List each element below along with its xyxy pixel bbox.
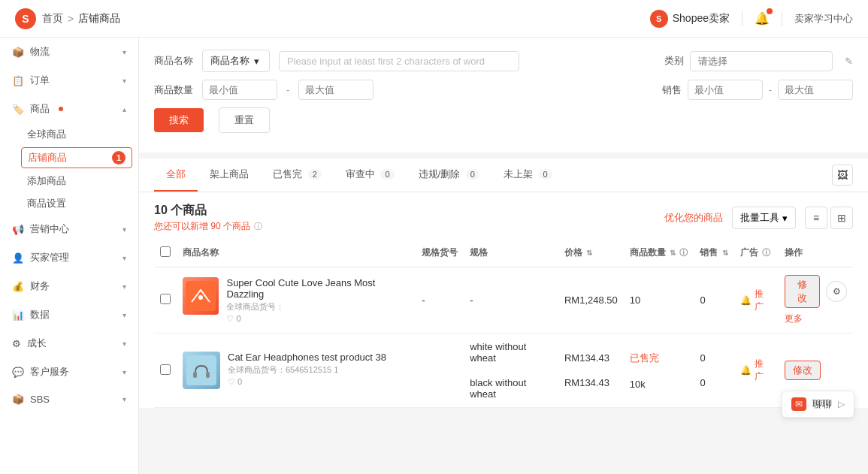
sidebar-item-data[interactable]: 📊 数据 ▾ [0,300,138,329]
product-name-label: 商品名称 [154,54,193,68]
sidebar-item-products[interactable]: 🏷️ 商品 ▴ [0,95,138,123]
data-icon: 📊 [12,309,24,321]
table-row: Cat Ear Headphones test product 38 全球商品货… [154,334,853,408]
image-icon-button[interactable]: 🖼 [832,165,853,186]
product1-name: Super Cool Cute Love Jeans Most Dazzling [226,277,410,300]
promote2-icon: 🔔 [740,365,752,376]
content-area: 商品名称 商品名称 ▾ 类别 ✎ 商品数量 - 销售 [139,38,868,474]
tab-all[interactable]: 全部 [154,159,198,192]
tab-unlisted[interactable]: 未上架 0 [491,159,564,192]
sidebar-label-buyer: 买家管理 [30,251,69,264]
product2-promote-btn[interactable]: 🔔 推广 [740,358,773,383]
edit-icon[interactable]: ✎ [845,56,853,67]
product2-spec2: black without wheat [470,377,552,400]
col-actions: 操作 [779,239,853,267]
marketing-icon: 📢 [12,224,24,235]
sidebar-item-buyer-mgmt[interactable]: 👤 买家管理 ▾ [0,243,138,272]
quantity-label: 商品数量 [154,83,193,97]
tab-reviewing-badge: 0 [380,169,394,180]
main-layout: 📦 物流 ▾ 📋 订单 ▾ 🏷️ 商品 ▴ 全球 [0,38,868,474]
product-name-select[interactable]: 商品名称 ▾ [202,50,270,72]
reset-button[interactable]: 重置 [219,107,270,133]
filter-row-2: 商品数量 - 销售 - [154,80,853,100]
row2-checkbox[interactable] [160,364,171,375]
optimize-button[interactable]: 优化您的商品 [664,211,723,225]
product1-info: Super Cool Cute Love Jeans Most Dazzling… [226,277,410,324]
product2-heart: ♡ 0 [228,377,386,387]
chevron-down-icon-2: ▾ [122,77,126,85]
product2-name: Cat Ear Headphones test product 38 [228,352,386,363]
sidebar-item-marketing[interactable]: 📢 营销中心 ▾ [0,215,138,243]
info-circle-icon: ⓘ [254,222,262,231]
products-header: 10 个商品 您还可以新增 90 个商品 ⓘ 优化您的商品 批量工具 ▾ ≡ ⊞ [139,192,868,239]
product1-actions: 修改 ⚙ 更多 [785,275,847,325]
sidebar-item-logistics[interactable]: 📦 物流 ▾ [0,38,138,66]
top-nav: S 首页 > 店铺商品 S Shopee卖家 🔔 卖家学习中心 [0,0,868,38]
tab-reviewing[interactable]: 审查中 0 [334,159,407,192]
tab-sold-out[interactable]: 已售完 2 [261,159,334,192]
col-sku: 规格货号 [416,239,464,267]
sidebar-item-orders[interactable]: 📋 订单 ▾ [0,66,138,95]
sales-max-input[interactable] [778,80,853,100]
seller-center-link[interactable]: 卖家学习中心 [794,12,853,26]
product1-settings-button[interactable]: ⚙ [826,281,847,302]
sidebar-item-sbs[interactable]: 📦 SBS ▾ [0,386,138,412]
filter-section: 商品名称 商品名称 ▾ 类别 ✎ 商品数量 - 销售 [139,38,868,152]
batch-tool-button[interactable]: 批量工具 ▾ [732,207,796,229]
sidebar-label-sbs: SBS [30,394,50,405]
products-table: 商品名称 规格货号 规格 价格 ⇅ [154,239,853,408]
sidebar-sub-product-settings[interactable]: 商品设置 [0,192,138,215]
select-all-checkbox[interactable] [160,246,171,257]
grid-view-button[interactable]: ⊞ [830,207,853,229]
sbs-icon: 📦 [12,394,24,405]
sidebar-label-finance: 财务 [30,279,50,293]
product1-edit-button[interactable]: 修改 [785,275,821,308]
row1-checkbox[interactable] [160,294,171,304]
list-view-button[interactable]: ≡ [805,207,827,229]
search-input[interactable] [279,51,519,71]
table-header-row: 商品名称 规格货号 规格 价格 ⇅ [154,239,853,267]
sidebar-item-finance[interactable]: 💰 财务 ▾ [0,272,138,300]
search-button[interactable]: 搜索 [154,108,204,132]
select-chevron-icon: ▾ [254,56,259,67]
product2-spec1: white without wheat [470,341,552,364]
chevron-down-icon-4: ▾ [122,254,126,262]
sidebar-item-customer-service[interactable]: 💬 客户服务 ▾ [0,358,138,386]
product1-action-row: 修改 ⚙ [785,275,847,308]
bell-icon[interactable]: 🔔 [755,11,770,26]
product2-edit-button[interactable]: 修改 [785,361,821,380]
shopee-logo: S [650,10,668,28]
chat-label: 聊聊 [812,397,832,411]
sidebar-sub-global-products[interactable]: 全球商品 [0,123,138,146]
product1-more-btn[interactable]: 更多 [785,312,803,325]
product2-sku [416,334,464,408]
tab-listed[interactable]: 架上商品 [198,159,261,192]
tabs-bar: 全部 架上商品 已售完 2 审查中 0 违规/删除 0 未上 [139,159,868,192]
sales-sort-icon: ⇅ [722,249,728,257]
sidebar-sub-store-products[interactable]: 店铺商品 1 [21,147,132,168]
home-link[interactable]: 首页 [42,12,63,26]
bell-badge [767,8,773,14]
product2-sales2: 0 [700,377,727,388]
col-spec: 规格 [464,239,558,267]
tab-violations[interactable]: 违规/删除 0 [407,159,491,192]
product2-spec: white without wheat black without wheat [464,334,558,408]
filter-row-3: 搜索 重置 [154,107,853,133]
product2-quantity: 已售完 10k [624,334,694,408]
chat-popup: ✉ 聊聊 ▷ [782,391,854,418]
product1-meta: 全球商品货号： [226,301,410,312]
sidebar: 📦 物流 ▾ 📋 订单 ▾ 🏷️ 商品 ▴ 全球 [0,38,139,474]
sidebar-item-growth[interactable]: ⚙ 成长 ▾ [0,329,138,358]
sales-dash: - [769,84,772,95]
quantity-max-input[interactable] [298,80,374,100]
category-input[interactable] [690,51,833,71]
sidebar-sub-add-product[interactable]: 添加商品 [0,170,138,192]
growth-icon: ⚙ [12,338,21,349]
product-name-select-label: 商品名称 [210,54,250,68]
sales-min-input[interactable] [688,80,763,100]
logo-icon: S [15,8,36,29]
products-dot [59,107,63,111]
quantity-min-input[interactable] [202,80,277,100]
product2-info: Cat Ear Headphones test product 38 全球商品货… [228,352,386,387]
product1-promote-btn[interactable]: 🔔 推广 [740,288,773,313]
